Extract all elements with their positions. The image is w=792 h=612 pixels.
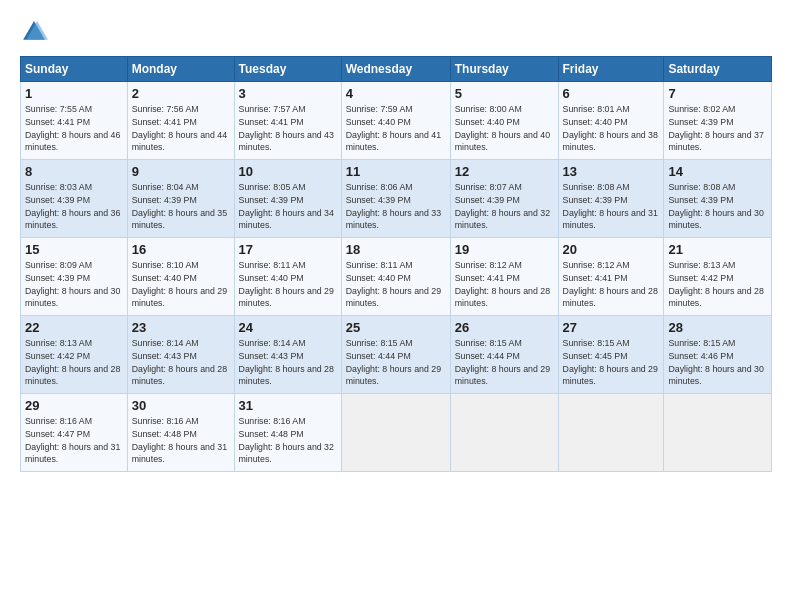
- calendar-body: 1Sunrise: 7:55 AMSunset: 4:41 PMDaylight…: [21, 82, 772, 472]
- day-number: 20: [563, 242, 660, 257]
- day-number: 22: [25, 320, 123, 335]
- day-detail: Sunrise: 8:10 AMSunset: 4:40 PMDaylight:…: [132, 260, 227, 308]
- calendar-cell: 1Sunrise: 7:55 AMSunset: 4:41 PMDaylight…: [21, 82, 128, 160]
- day-detail: Sunrise: 8:08 AMSunset: 4:39 PMDaylight:…: [563, 182, 658, 230]
- day-number: 28: [668, 320, 767, 335]
- calendar-cell: 23Sunrise: 8:14 AMSunset: 4:43 PMDayligh…: [127, 316, 234, 394]
- day-number: 24: [239, 320, 337, 335]
- day-number: 1: [25, 86, 123, 101]
- day-detail: Sunrise: 8:03 AMSunset: 4:39 PMDaylight:…: [25, 182, 120, 230]
- calendar-cell: 10Sunrise: 8:05 AMSunset: 4:39 PMDayligh…: [234, 160, 341, 238]
- day-detail: Sunrise: 8:16 AMSunset: 4:47 PMDaylight:…: [25, 416, 120, 464]
- calendar-cell: [558, 394, 664, 472]
- calendar-cell: 28Sunrise: 8:15 AMSunset: 4:46 PMDayligh…: [664, 316, 772, 394]
- calendar-cell: 14Sunrise: 8:08 AMSunset: 4:39 PMDayligh…: [664, 160, 772, 238]
- calendar-week-5: 29Sunrise: 8:16 AMSunset: 4:47 PMDayligh…: [21, 394, 772, 472]
- day-detail: Sunrise: 8:04 AMSunset: 4:39 PMDaylight:…: [132, 182, 227, 230]
- day-number: 23: [132, 320, 230, 335]
- day-number: 18: [346, 242, 446, 257]
- day-number: 6: [563, 86, 660, 101]
- day-detail: Sunrise: 8:12 AMSunset: 4:41 PMDaylight:…: [563, 260, 658, 308]
- calendar-cell: 16Sunrise: 8:10 AMSunset: 4:40 PMDayligh…: [127, 238, 234, 316]
- day-number: 27: [563, 320, 660, 335]
- day-number: 10: [239, 164, 337, 179]
- day-number: 15: [25, 242, 123, 257]
- weekday-sunday: Sunday: [21, 57, 128, 82]
- day-number: 4: [346, 86, 446, 101]
- calendar-cell: 11Sunrise: 8:06 AMSunset: 4:39 PMDayligh…: [341, 160, 450, 238]
- day-detail: Sunrise: 8:11 AMSunset: 4:40 PMDaylight:…: [239, 260, 334, 308]
- calendar-cell: 12Sunrise: 8:07 AMSunset: 4:39 PMDayligh…: [450, 160, 558, 238]
- day-number: 9: [132, 164, 230, 179]
- calendar-cell: 3Sunrise: 7:57 AMSunset: 4:41 PMDaylight…: [234, 82, 341, 160]
- day-detail: Sunrise: 8:14 AMSunset: 4:43 PMDaylight:…: [132, 338, 227, 386]
- day-number: 16: [132, 242, 230, 257]
- day-number: 8: [25, 164, 123, 179]
- day-detail: Sunrise: 8:00 AMSunset: 4:40 PMDaylight:…: [455, 104, 550, 152]
- day-detail: Sunrise: 8:15 AMSunset: 4:44 PMDaylight:…: [455, 338, 550, 386]
- day-detail: Sunrise: 8:07 AMSunset: 4:39 PMDaylight:…: [455, 182, 550, 230]
- day-detail: Sunrise: 8:01 AMSunset: 4:40 PMDaylight:…: [563, 104, 658, 152]
- day-detail: Sunrise: 7:57 AMSunset: 4:41 PMDaylight:…: [239, 104, 334, 152]
- logo: [20, 18, 54, 46]
- day-number: 30: [132, 398, 230, 413]
- day-number: 14: [668, 164, 767, 179]
- day-number: 26: [455, 320, 554, 335]
- day-detail: Sunrise: 8:16 AMSunset: 4:48 PMDaylight:…: [239, 416, 334, 464]
- calendar-cell: 30Sunrise: 8:16 AMSunset: 4:48 PMDayligh…: [127, 394, 234, 472]
- calendar-cell: [341, 394, 450, 472]
- calendar-cell: 26Sunrise: 8:15 AMSunset: 4:44 PMDayligh…: [450, 316, 558, 394]
- day-number: 19: [455, 242, 554, 257]
- day-number: 7: [668, 86, 767, 101]
- day-detail: Sunrise: 8:15 AMSunset: 4:44 PMDaylight:…: [346, 338, 441, 386]
- calendar-cell: 5Sunrise: 8:00 AMSunset: 4:40 PMDaylight…: [450, 82, 558, 160]
- calendar-week-3: 15Sunrise: 8:09 AMSunset: 4:39 PMDayligh…: [21, 238, 772, 316]
- calendar-cell: 19Sunrise: 8:12 AMSunset: 4:41 PMDayligh…: [450, 238, 558, 316]
- day-number: 13: [563, 164, 660, 179]
- weekday-wednesday: Wednesday: [341, 57, 450, 82]
- day-detail: Sunrise: 8:15 AMSunset: 4:45 PMDaylight:…: [563, 338, 658, 386]
- calendar-cell: [664, 394, 772, 472]
- day-detail: Sunrise: 8:12 AMSunset: 4:41 PMDaylight:…: [455, 260, 550, 308]
- calendar-cell: 21Sunrise: 8:13 AMSunset: 4:42 PMDayligh…: [664, 238, 772, 316]
- day-detail: Sunrise: 8:11 AMSunset: 4:40 PMDaylight:…: [346, 260, 441, 308]
- day-detail: Sunrise: 8:08 AMSunset: 4:39 PMDaylight:…: [668, 182, 763, 230]
- calendar-week-1: 1Sunrise: 7:55 AMSunset: 4:41 PMDaylight…: [21, 82, 772, 160]
- calendar-cell: 15Sunrise: 8:09 AMSunset: 4:39 PMDayligh…: [21, 238, 128, 316]
- calendar-cell: 25Sunrise: 8:15 AMSunset: 4:44 PMDayligh…: [341, 316, 450, 394]
- logo-icon: [20, 18, 48, 46]
- day-detail: Sunrise: 8:13 AMSunset: 4:42 PMDaylight:…: [25, 338, 120, 386]
- day-number: 25: [346, 320, 446, 335]
- day-detail: Sunrise: 7:56 AMSunset: 4:41 PMDaylight:…: [132, 104, 227, 152]
- day-number: 29: [25, 398, 123, 413]
- calendar-cell: 2Sunrise: 7:56 AMSunset: 4:41 PMDaylight…: [127, 82, 234, 160]
- day-number: 2: [132, 86, 230, 101]
- day-number: 21: [668, 242, 767, 257]
- weekday-tuesday: Tuesday: [234, 57, 341, 82]
- weekday-saturday: Saturday: [664, 57, 772, 82]
- calendar-cell: 24Sunrise: 8:14 AMSunset: 4:43 PMDayligh…: [234, 316, 341, 394]
- calendar-cell: 13Sunrise: 8:08 AMSunset: 4:39 PMDayligh…: [558, 160, 664, 238]
- calendar-cell: 8Sunrise: 8:03 AMSunset: 4:39 PMDaylight…: [21, 160, 128, 238]
- page: SundayMondayTuesdayWednesdayThursdayFrid…: [0, 0, 792, 612]
- calendar-cell: 20Sunrise: 8:12 AMSunset: 4:41 PMDayligh…: [558, 238, 664, 316]
- day-number: 11: [346, 164, 446, 179]
- day-detail: Sunrise: 8:02 AMSunset: 4:39 PMDaylight:…: [668, 104, 763, 152]
- day-number: 3: [239, 86, 337, 101]
- calendar-week-4: 22Sunrise: 8:13 AMSunset: 4:42 PMDayligh…: [21, 316, 772, 394]
- weekday-friday: Friday: [558, 57, 664, 82]
- calendar-week-2: 8Sunrise: 8:03 AMSunset: 4:39 PMDaylight…: [21, 160, 772, 238]
- day-detail: Sunrise: 8:13 AMSunset: 4:42 PMDaylight:…: [668, 260, 763, 308]
- calendar-cell: 4Sunrise: 7:59 AMSunset: 4:40 PMDaylight…: [341, 82, 450, 160]
- calendar-cell: 17Sunrise: 8:11 AMSunset: 4:40 PMDayligh…: [234, 238, 341, 316]
- day-detail: Sunrise: 8:05 AMSunset: 4:39 PMDaylight:…: [239, 182, 334, 230]
- calendar-header: SundayMondayTuesdayWednesdayThursdayFrid…: [21, 57, 772, 82]
- day-number: 5: [455, 86, 554, 101]
- calendar-table: SundayMondayTuesdayWednesdayThursdayFrid…: [20, 56, 772, 472]
- calendar-cell: 27Sunrise: 8:15 AMSunset: 4:45 PMDayligh…: [558, 316, 664, 394]
- day-number: 12: [455, 164, 554, 179]
- calendar-cell: 7Sunrise: 8:02 AMSunset: 4:39 PMDaylight…: [664, 82, 772, 160]
- weekday-header-row: SundayMondayTuesdayWednesdayThursdayFrid…: [21, 57, 772, 82]
- day-detail: Sunrise: 8:14 AMSunset: 4:43 PMDaylight:…: [239, 338, 334, 386]
- calendar-cell: 29Sunrise: 8:16 AMSunset: 4:47 PMDayligh…: [21, 394, 128, 472]
